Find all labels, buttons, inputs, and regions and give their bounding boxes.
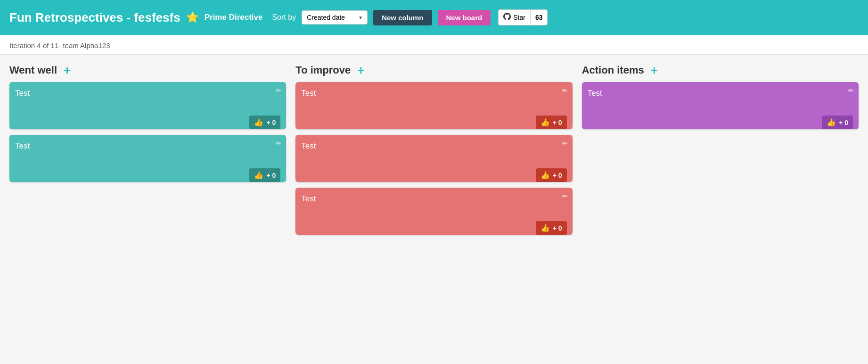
app-header: Fun Retrospectives - fesfesfs ⭐ Prime Di… <box>0 0 868 35</box>
subheader: Iteration 4 of 11- team Alpha123 <box>0 35 868 55</box>
column-went-well: Went well + ✏ Test 👍 + 0 ✏ Test 👍 + 0 <box>9 64 286 188</box>
card-2: ✏ Test 👍 + 0 <box>9 135 286 182</box>
card-3-text: Test <box>301 89 566 98</box>
card-1: ✏ Test 👍 + 0 <box>9 82 286 129</box>
card-5-vote-button[interactable]: 👍 + 0 <box>536 221 567 235</box>
column-action-items-add-button[interactable]: + <box>649 64 660 76</box>
app-title: Fun Retrospectives - fesfesfs <box>9 10 180 25</box>
thumbs-up-icon: 👍 <box>254 118 263 127</box>
card-1-vote-button[interactable]: 👍 + 0 <box>249 116 280 129</box>
card-6-edit-icon[interactable]: ✏ <box>848 87 854 94</box>
card-5-text: Test <box>301 194 566 204</box>
card-6-vote-count: + 0 <box>839 119 848 126</box>
card-6: ✏ Test 👍 + 0 <box>582 82 859 129</box>
new-board-button[interactable]: New board <box>438 10 491 25</box>
card-5-footer: 👍 + 0 <box>301 221 566 235</box>
github-star-button[interactable]: Star <box>499 10 531 25</box>
thumbs-up-icon: 👍 <box>540 118 550 127</box>
card-3-vote-count: + 0 <box>553 119 562 126</box>
card-6-text: Test <box>588 89 853 98</box>
sort-select[interactable]: Created date Votes Alphabetical <box>302 10 368 25</box>
card-6-footer: 👍 + 0 <box>588 116 853 129</box>
github-star-label: Star <box>513 14 525 21</box>
card-4-text: Test <box>301 141 566 151</box>
card-1-vote-count: + 0 <box>266 119 276 126</box>
card-4: ✏ Test 👍 + 0 <box>295 135 572 182</box>
thumbs-up-icon: 👍 <box>540 171 550 180</box>
card-5: ✏ Test 👍 + 0 <box>295 188 572 235</box>
card-1-footer: 👍 + 0 <box>15 116 280 129</box>
card-2-text: Test <box>15 141 280 151</box>
card-4-vote-button[interactable]: 👍 + 0 <box>536 168 567 182</box>
column-action-items: Action items + ✏ Test 👍 + 0 <box>582 64 859 135</box>
thumbs-up-icon: 👍 <box>254 171 263 180</box>
column-action-items-title: Action items <box>582 64 644 76</box>
card-1-edit-icon[interactable]: ✏ <box>276 87 281 94</box>
prime-directive-label: Prime Directive <box>205 13 263 22</box>
sort-by-label: Sort by <box>272 13 296 22</box>
card-3: ✏ Test 👍 + 0 <box>295 82 572 129</box>
column-to-improve-add-button[interactable]: + <box>355 64 366 76</box>
sort-select-wrapper[interactable]: Created date Votes Alphabetical <box>302 10 368 25</box>
card-6-vote-button[interactable]: 👍 + 0 <box>822 116 853 129</box>
card-3-edit-icon[interactable]: ✏ <box>562 87 568 94</box>
card-2-footer: 👍 + 0 <box>15 168 280 182</box>
card-2-vote-count: + 0 <box>266 172 276 179</box>
iteration-label: Iteration 4 of 11- team Alpha123 <box>9 41 110 50</box>
card-4-vote-count: + 0 <box>553 172 562 179</box>
column-to-improve-header: To improve + <box>295 64 572 76</box>
card-1-text: Test <box>15 89 280 98</box>
thumbs-up-icon: 👍 <box>827 118 836 127</box>
card-4-edit-icon[interactable]: ✏ <box>562 140 568 147</box>
card-2-edit-icon[interactable]: ✏ <box>276 140 281 147</box>
column-action-items-header: Action items + <box>582 64 859 76</box>
card-5-edit-icon[interactable]: ✏ <box>562 192 568 200</box>
github-star-widget: Star 63 <box>498 9 548 25</box>
column-to-improve-title: To improve <box>295 64 351 76</box>
star-icon: ⭐ <box>186 11 199 24</box>
new-column-button[interactable]: New column <box>373 10 432 25</box>
board-content: Went well + ✏ Test 👍 + 0 ✏ Test 👍 + 0 <box>0 55 868 250</box>
column-went-well-add-button[interactable]: + <box>62 64 73 76</box>
card-3-footer: 👍 + 0 <box>301 116 566 129</box>
github-star-count[interactable]: 63 <box>531 11 548 24</box>
column-to-improve: To improve + ✏ Test 👍 + 0 ✏ Test 👍 + 0 <box>295 64 572 240</box>
card-4-footer: 👍 + 0 <box>301 168 566 182</box>
card-2-vote-button[interactable]: 👍 + 0 <box>249 168 280 182</box>
column-went-well-header: Went well + <box>9 64 286 76</box>
thumbs-up-icon: 👍 <box>540 223 550 232</box>
card-5-vote-count: + 0 <box>553 224 562 232</box>
column-went-well-title: Went well <box>9 64 57 76</box>
github-icon <box>503 13 511 22</box>
card-3-vote-button[interactable]: 👍 + 0 <box>536 116 567 129</box>
